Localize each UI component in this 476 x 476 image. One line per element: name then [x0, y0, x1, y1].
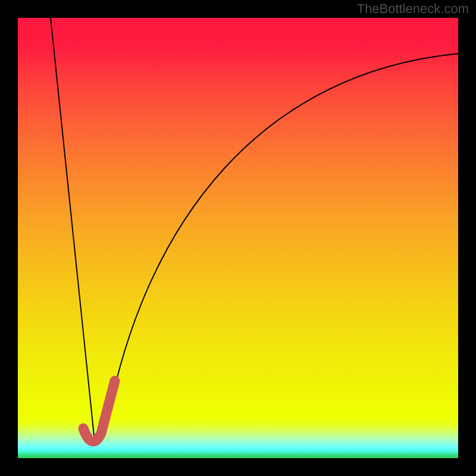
plot-area — [18, 18, 458, 458]
chart-container: TheBottleneck.com — [0, 0, 476, 476]
curve-left — [51, 18, 94, 436]
curve-right — [105, 54, 458, 436]
attribution-text: TheBottleneck.com — [357, 1, 469, 17]
red-check-marker — [83, 381, 115, 441]
curve-overlay — [18, 18, 458, 458]
